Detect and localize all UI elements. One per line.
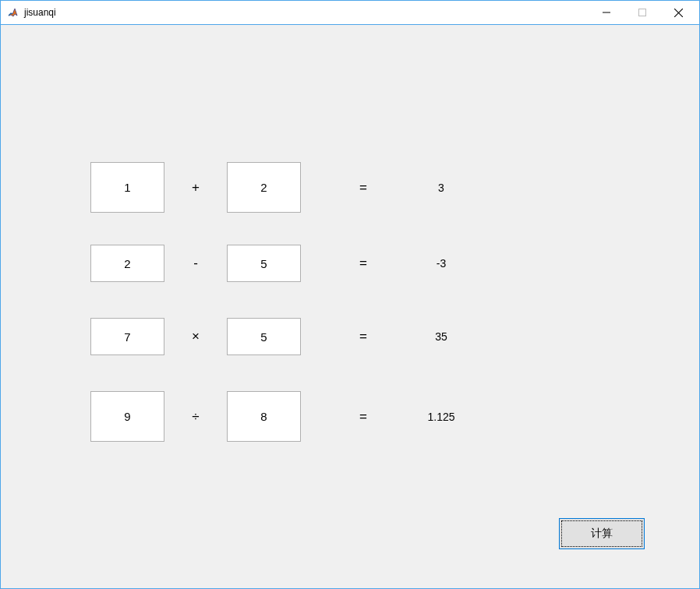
close-button[interactable] — [660, 1, 696, 24]
svg-rect-1 — [639, 9, 646, 16]
operand1-input[interactable] — [90, 162, 164, 213]
result-label: 3 — [402, 182, 480, 194]
window-controls — [589, 1, 696, 24]
titlebar: jisuanqi — [0, 0, 700, 25]
result-label: -3 — [402, 257, 480, 270]
operand1-input[interactable] — [90, 245, 164, 282]
minimize-button[interactable] — [589, 1, 624, 24]
result-label: 1.125 — [402, 411, 480, 423]
result-label: 35 — [402, 330, 480, 343]
calculate-button[interactable]: 计算 — [559, 518, 645, 549]
equals-label: = — [340, 329, 387, 344]
operator-label: + — [164, 180, 227, 196]
operator-label: ÷ — [164, 409, 227, 425]
window-title: jisuanqi — [24, 7, 589, 18]
content-area: + = 3 - = -3 × = 35 ÷ = 1.125 计算 — [0, 25, 700, 589]
operand2-input[interactable] — [227, 318, 301, 355]
operand1-input[interactable] — [90, 318, 164, 355]
calc-row-divide: ÷ = 1.125 — [90, 391, 480, 442]
operator-label: × — [164, 329, 227, 344]
matlab-icon — [7, 6, 19, 19]
calc-row-add: + = 3 — [90, 162, 480, 213]
equals-label: = — [340, 409, 387, 425]
calc-row-multiply: × = 35 — [90, 318, 480, 355]
equals-label: = — [340, 256, 387, 271]
operand1-input[interactable] — [90, 391, 164, 442]
calc-row-subtract: - = -3 — [90, 245, 480, 282]
operator-label: - — [164, 256, 227, 271]
operand2-input[interactable] — [227, 162, 301, 213]
operand2-input[interactable] — [227, 245, 301, 282]
operand2-input[interactable] — [227, 391, 301, 442]
equals-label: = — [340, 180, 387, 196]
maximize-button[interactable] — [624, 1, 660, 24]
